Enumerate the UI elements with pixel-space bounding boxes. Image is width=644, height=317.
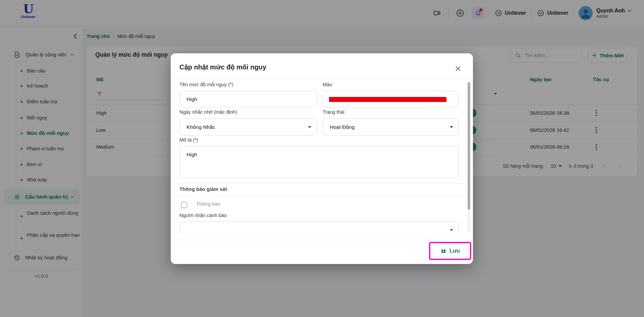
section-divider [171, 196, 466, 196]
close-icon [454, 65, 462, 72]
caret-down-icon [450, 229, 453, 233]
name-field[interactable] [180, 91, 317, 107]
modal-form: Tên mức độ mối nguy (*) Màu Ngày nhắc nh… [171, 79, 466, 233]
recipients-label: Người nhận cảnh báo [179, 213, 227, 218]
modal-title: Cập nhật mức độ mối nguy [179, 63, 266, 71]
caret-down-icon [450, 126, 453, 130]
monitoring-section-label: Thông báo giám sát [179, 186, 227, 192]
name-field-wrap [179, 91, 317, 107]
description-label: Mô tả (*) [179, 137, 198, 143]
modal-scrollbar [468, 81, 470, 232]
status-label: Trạng thái [323, 109, 344, 115]
modal-footer-divider [171, 240, 473, 240]
notification-checkbox[interactable] [181, 202, 187, 208]
description-field[interactable]: High [179, 146, 459, 178]
close-button[interactable] [452, 62, 464, 74]
save-button-highlight: Lưu [429, 242, 471, 260]
save-button-label: Lưu [449, 248, 460, 254]
update-hazard-modal: Cập nhật mức độ mối nguy Tên mức độ mối … [171, 53, 473, 264]
status-select[interactable]: Hoạt Động [323, 118, 459, 136]
caret-down-icon [308, 126, 311, 130]
section-divider [171, 183, 466, 183]
reminder-select[interactable]: Không Nhắc [179, 118, 317, 136]
save-button[interactable]: Lưu [432, 245, 469, 257]
color-swatch [329, 97, 446, 102]
save-icon [440, 248, 446, 254]
status-value: Hoạt Động [330, 124, 355, 130]
color-field[interactable] [323, 91, 459, 107]
notification-checkbox-label: Thông báo [196, 201, 220, 207]
reminder-value: Không Nhắc [186, 124, 215, 130]
recipients-select[interactable] [179, 221, 459, 233]
reminder-label: Ngày nhắc nhở (mặc định) [179, 109, 237, 115]
modal-scrollbar-thumb[interactable] [468, 82, 470, 210]
color-label: Màu [323, 82, 332, 87]
name-label: Tên mức độ mối nguy (*) [179, 82, 233, 87]
app-root: U Unilever Unilever Unilever [0, 0, 644, 317]
